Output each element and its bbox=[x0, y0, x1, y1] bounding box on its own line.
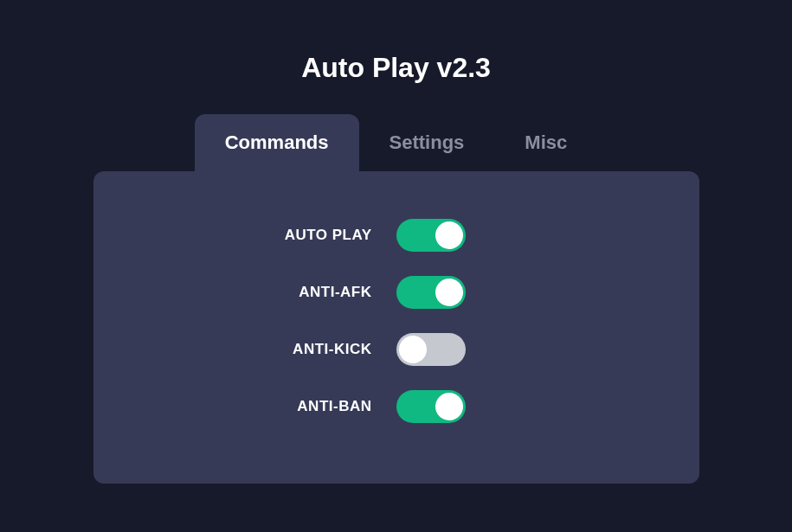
commands-panel: AUTO PLAY ANTI-AFK ANTI-KICK ANTI-BAN bbox=[93, 171, 699, 484]
toggle-label-anti-afk: ANTI-AFK bbox=[199, 284, 372, 301]
toggle-row-anti-ban: ANTI-BAN bbox=[93, 390, 699, 423]
tab-commands[interactable]: Commands bbox=[195, 114, 359, 171]
toggle-row-anti-afk: ANTI-AFK bbox=[93, 276, 699, 309]
tab-settings[interactable]: Settings bbox=[359, 114, 495, 171]
toggle-knob bbox=[399, 336, 427, 363]
toggle-row-auto-play: AUTO PLAY bbox=[93, 219, 699, 252]
toggle-label-anti-kick: ANTI-KICK bbox=[199, 341, 372, 358]
tab-misc[interactable]: Misc bbox=[494, 114, 597, 171]
app-title: Auto Play v2.3 bbox=[301, 52, 491, 84]
toggle-label-auto-play: AUTO PLAY bbox=[199, 227, 372, 244]
toggle-anti-kick[interactable] bbox=[396, 333, 466, 366]
tabs: Commands Settings Misc bbox=[195, 114, 598, 171]
toggle-anti-ban[interactable] bbox=[396, 390, 466, 423]
toggle-knob bbox=[435, 279, 463, 306]
toggle-label-anti-ban: ANTI-BAN bbox=[199, 398, 372, 415]
toggle-anti-afk[interactable] bbox=[396, 276, 466, 309]
toggle-row-anti-kick: ANTI-KICK bbox=[93, 333, 699, 366]
toggle-knob bbox=[435, 393, 463, 420]
toggle-knob bbox=[435, 221, 463, 249]
tabs-container: Commands Settings Misc AUTO PLAY ANTI-AF… bbox=[93, 114, 699, 484]
toggle-auto-play[interactable] bbox=[396, 219, 466, 252]
